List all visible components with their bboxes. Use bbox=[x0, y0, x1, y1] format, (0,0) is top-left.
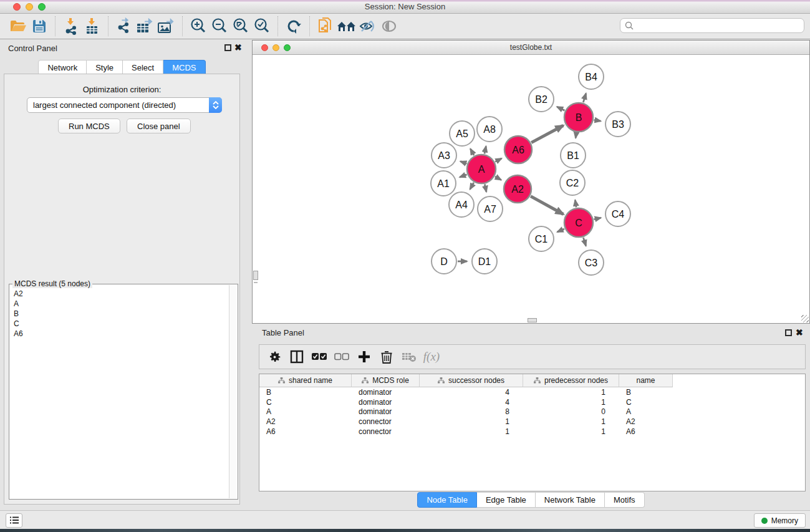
node-C1[interactable]: C1 bbox=[529, 226, 554, 251]
node-C2[interactable]: C2 bbox=[560, 170, 585, 195]
cell-predecessor-nodes[interactable]: 1 bbox=[523, 388, 619, 397]
cell-successor-nodes[interactable]: 1 bbox=[420, 417, 523, 426]
split-panel-button[interactable] bbox=[287, 347, 307, 366]
open-file-button[interactable] bbox=[7, 16, 29, 37]
column-header-predecessor-nodes[interactable]: predecessor nodes bbox=[523, 374, 619, 387]
edge-A-A4[interactable] bbox=[470, 183, 474, 190]
cell-name[interactable]: B bbox=[619, 388, 673, 397]
network-graph-canvas[interactable]: B4B2BB3A8A5A6A3B1AA1C2A2A4A7C4CC1DD1C3 bbox=[253, 56, 810, 324]
column-header-MCDS-role[interactable]: MCDS role bbox=[352, 374, 420, 387]
close-panel-icon[interactable]: ✖ bbox=[234, 42, 242, 52]
refresh-button[interactable] bbox=[283, 16, 304, 37]
node-A7[interactable]: A7 bbox=[478, 196, 503, 221]
edge-B-B1[interactable] bbox=[576, 133, 576, 138]
cell-predecessor-nodes[interactable]: 1 bbox=[523, 417, 619, 426]
search-field[interactable] bbox=[620, 18, 804, 33]
resize-grip[interactable] bbox=[801, 315, 809, 322]
edge-A-A3[interactable] bbox=[460, 162, 466, 164]
edge-A-A6[interactable] bbox=[495, 158, 501, 162]
delete-column-button[interactable] bbox=[377, 347, 397, 366]
float-table-panel-icon[interactable] bbox=[785, 329, 792, 336]
cell-MCDS-role[interactable]: dominator bbox=[352, 388, 420, 397]
run-mcds-button[interactable]: Run MCDS bbox=[58, 118, 120, 133]
cell-MCDS-role[interactable]: dominator bbox=[352, 398, 420, 407]
cell-successor-nodes[interactable]: 1 bbox=[420, 427, 523, 436]
cell-predecessor-nodes[interactable]: 0 bbox=[523, 407, 619, 416]
search-input[interactable] bbox=[634, 21, 804, 30]
cell-successor-nodes[interactable]: 4 bbox=[420, 388, 523, 397]
zoom-selected-button[interactable] bbox=[251, 16, 272, 37]
node-B4[interactable]: B4 bbox=[579, 64, 604, 89]
result-item[interactable]: A bbox=[14, 299, 229, 309]
result-item[interactable]: B bbox=[14, 309, 229, 319]
zoom-in-button[interactable] bbox=[188, 16, 209, 37]
close-panel-button[interactable]: Close panel bbox=[127, 118, 191, 133]
node-C4[interactable]: C4 bbox=[605, 201, 630, 226]
cell-name[interactable]: A6 bbox=[619, 427, 673, 436]
column-header-name[interactable]: name bbox=[619, 374, 673, 387]
save-session-button[interactable] bbox=[29, 16, 50, 37]
deselect-all-button[interactable] bbox=[332, 347, 352, 366]
table-tab-node-table[interactable]: Node Table bbox=[417, 492, 477, 508]
export-image-button[interactable] bbox=[156, 16, 177, 37]
delete-table-button[interactable] bbox=[399, 347, 419, 366]
node-D1[interactable]: D1 bbox=[472, 249, 497, 274]
mcds-result-list[interactable]: A2ABCA6 bbox=[9, 286, 229, 498]
node-B1[interactable]: B1 bbox=[561, 143, 586, 168]
task-history-button[interactable] bbox=[6, 513, 22, 528]
import-table-button[interactable] bbox=[82, 16, 103, 37]
edge-B-B3[interactable] bbox=[594, 120, 601, 121]
cell-MCDS-role[interactable]: dominator bbox=[352, 407, 420, 416]
edge-C-C1[interactable] bbox=[557, 229, 564, 232]
node-B[interactable]: B bbox=[564, 103, 593, 132]
edge-B-B2[interactable] bbox=[557, 107, 564, 110]
node-C[interactable]: C bbox=[564, 208, 593, 237]
result-scrollbar[interactable] bbox=[229, 285, 237, 498]
criterion-dropdown[interactable]: largest connected component (directed) bbox=[27, 97, 222, 113]
node-A4[interactable]: A4 bbox=[449, 192, 474, 217]
table-row[interactable]: Cdominator41C bbox=[259, 397, 805, 407]
node-A1[interactable]: A1 bbox=[431, 171, 456, 196]
node-A3[interactable]: A3 bbox=[432, 143, 456, 168]
cell-name[interactable]: A2 bbox=[619, 417, 673, 426]
cell-predecessor-nodes[interactable]: 1 bbox=[523, 398, 619, 407]
cell-shared-name[interactable]: A6 bbox=[259, 427, 352, 436]
node-A5[interactable]: A5 bbox=[450, 121, 475, 146]
result-item[interactable]: A6 bbox=[14, 329, 229, 339]
cell-name[interactable]: A bbox=[619, 407, 673, 416]
vertical-scroll-thumb[interactable] bbox=[253, 271, 258, 280]
cell-shared-name[interactable]: A2 bbox=[259, 417, 352, 426]
cell-shared-name[interactable]: B bbox=[259, 388, 352, 397]
memory-button[interactable]: Memory bbox=[754, 513, 806, 528]
table-settings-button[interactable] bbox=[264, 347, 284, 366]
node-B2[interactable]: B2 bbox=[529, 87, 554, 112]
edge-A-A8[interactable] bbox=[485, 146, 486, 153]
home-button[interactable] bbox=[336, 16, 357, 37]
cell-shared-name[interactable]: A bbox=[259, 407, 352, 416]
column-header-shared-name[interactable]: shared name bbox=[259, 374, 352, 387]
edge-B-B4[interactable] bbox=[583, 94, 586, 102]
hide-panel-button[interactable] bbox=[357, 16, 378, 37]
export-network-button[interactable] bbox=[113, 16, 135, 37]
node-D[interactable]: D bbox=[432, 249, 456, 274]
edge-A-A2[interactable] bbox=[495, 177, 501, 180]
float-panel-icon[interactable] bbox=[224, 44, 231, 51]
result-item[interactable]: C bbox=[14, 319, 229, 329]
cell-name[interactable]: C bbox=[619, 398, 673, 407]
table-row[interactable]: A2connector11A2 bbox=[259, 417, 805, 427]
table-row[interactable]: Bdominator41B bbox=[259, 387, 805, 397]
select-all-button[interactable] bbox=[309, 347, 329, 366]
table-tab-network-table[interactable]: Network Table bbox=[536, 492, 605, 508]
edge-A2-C[interactable] bbox=[531, 196, 563, 215]
edge-A-A7[interactable] bbox=[485, 184, 486, 191]
node-A8[interactable]: A8 bbox=[477, 117, 502, 142]
import-network-button[interactable] bbox=[60, 16, 82, 37]
edge-C-C2[interactable] bbox=[575, 200, 576, 208]
node-A6[interactable]: A6 bbox=[504, 136, 532, 163]
node-B3[interactable]: B3 bbox=[605, 112, 630, 137]
cell-MCDS-role[interactable]: connector bbox=[352, 427, 420, 436]
export-table-button[interactable] bbox=[135, 16, 156, 37]
table-tab-edge-table[interactable]: Edge Table bbox=[477, 492, 536, 508]
column-header-successor-nodes[interactable]: successor nodes bbox=[420, 374, 523, 387]
horizontal-scroll-thumb[interactable] bbox=[528, 318, 537, 322]
